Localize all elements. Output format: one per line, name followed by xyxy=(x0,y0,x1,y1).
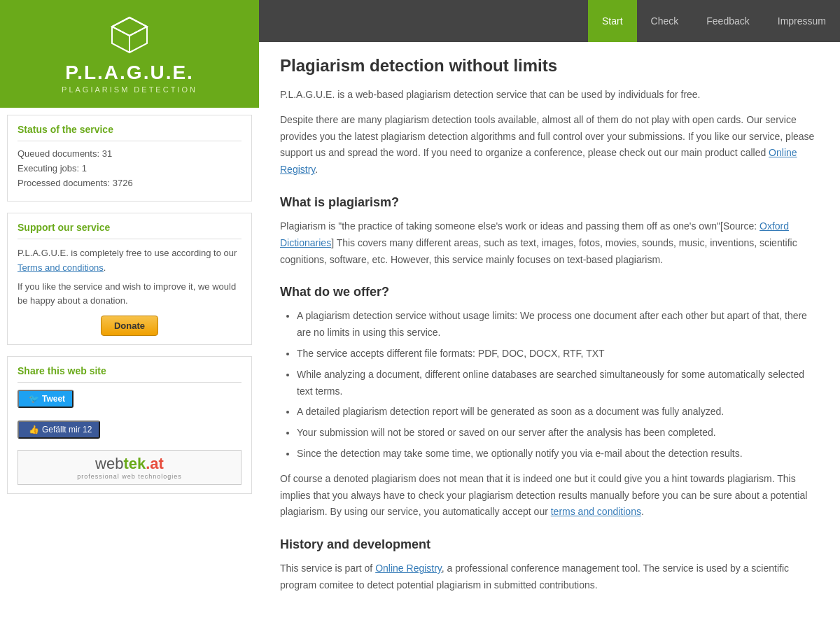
svg-line-4 xyxy=(130,27,147,36)
tweet-button[interactable]: 🐦 Tweet xyxy=(18,390,74,408)
offer-item-0: A plagiarism detection service without u… xyxy=(297,308,819,341)
processed-docs: Processed documents: 3726 xyxy=(18,178,241,188)
terms-link[interactable]: Terms and conditions xyxy=(18,262,104,273)
logo-subtitle: PLAGIARISM DETECTION xyxy=(62,85,197,94)
online-registry-link2[interactable]: Online Registry xyxy=(375,563,442,574)
caveat-p1: Of course a denoted plagiarism does not … xyxy=(280,471,819,521)
offer-item-2: While analyzing a document, different on… xyxy=(297,367,819,400)
svg-line-3 xyxy=(112,27,130,36)
intro-p1: P.L.A.G.U.E. is a web-based plagiarism d… xyxy=(280,87,819,104)
support-text1: P.L.A.G.U.E. is completely free to use a… xyxy=(18,246,241,276)
topbar-wrapper: Start Check Feedback Impressum Plagiaris… xyxy=(259,0,840,643)
nav-feedback[interactable]: Feedback xyxy=(692,0,763,42)
nav-start[interactable]: Start xyxy=(588,0,637,42)
tweet-button-area: 🐦 Tweet xyxy=(18,390,241,415)
queued-docs: Queued documents: 31 xyxy=(18,148,241,159)
sidebar-content: Status of the service Queued documents: … xyxy=(0,108,259,643)
offer-item-1: The service accepts different file forma… xyxy=(297,346,819,362)
facebook-icon: 👍 xyxy=(29,425,39,434)
executing-jobs: Executing jobs: 1 xyxy=(18,163,241,174)
twitter-icon: 🐦 xyxy=(29,394,39,404)
webtek-text: webtek.at xyxy=(95,455,164,473)
support-box: Support our service P.L.A.G.U.E. is comp… xyxy=(7,213,252,345)
donate-button[interactable]: Donate xyxy=(101,316,158,336)
support-title: Support our service xyxy=(18,222,241,239)
intro-p2: Despite there are many plagiarism detect… xyxy=(280,112,819,178)
section1-title: What is plagiarism? xyxy=(280,195,819,210)
main-content: Plagiarism detection without limits P.L.… xyxy=(259,42,840,643)
fb-button-area: 👍 Gefällt mir 12 xyxy=(18,421,241,439)
status-title: Status of the service xyxy=(18,124,241,141)
main-title: Plagiarism detection without limits xyxy=(280,56,819,76)
support-text2: If you like the service and wish to impr… xyxy=(18,280,241,309)
nav-check[interactable]: Check xyxy=(637,0,693,42)
logo-title: P.L.A.G.U.E. xyxy=(65,62,194,84)
logo-area: P.L.A.G.U.E. PLAGIARISM DETECTION xyxy=(0,0,259,108)
facebook-button[interactable]: 👍 Gefällt mir 12 xyxy=(18,421,100,439)
webtek-logo: webtek.at professional web technologies xyxy=(18,450,241,485)
webtek-subtitle: professional web technologies xyxy=(77,473,182,480)
topbar: Start Check Feedback Impressum xyxy=(259,0,840,42)
offer-item-5: Since the detection may take some time, … xyxy=(297,446,819,462)
section3-title: History and development xyxy=(280,537,819,552)
nav-impressum[interactable]: Impressum xyxy=(764,0,840,42)
section2-title: What do we offer? xyxy=(280,285,819,299)
section1-p1: Plagiarism is "the practice of taking so… xyxy=(280,218,819,268)
offer-item-4: Your submission will not be stored or sa… xyxy=(297,425,819,441)
donate-area: Donate xyxy=(18,316,241,336)
svg-marker-1 xyxy=(112,17,147,36)
section3-p1: This service is part of Online Registry,… xyxy=(280,560,819,594)
share-title: Share this web site xyxy=(18,365,241,383)
offer-item-3: A detailed plagiarism detection report w… xyxy=(297,404,819,421)
terms-conditions-link[interactable]: terms and conditions xyxy=(551,506,641,517)
offers-list: A plagiarism detection service without u… xyxy=(297,308,819,462)
status-box: Status of the service Queued documents: … xyxy=(7,115,252,202)
cube-icon xyxy=(108,14,150,56)
share-box: Share this web site 🐦 Tweet 👍 Gefällt mi… xyxy=(7,356,252,494)
sidebar: P.L.A.G.U.E. PLAGIARISM DETECTION Status… xyxy=(0,0,259,643)
